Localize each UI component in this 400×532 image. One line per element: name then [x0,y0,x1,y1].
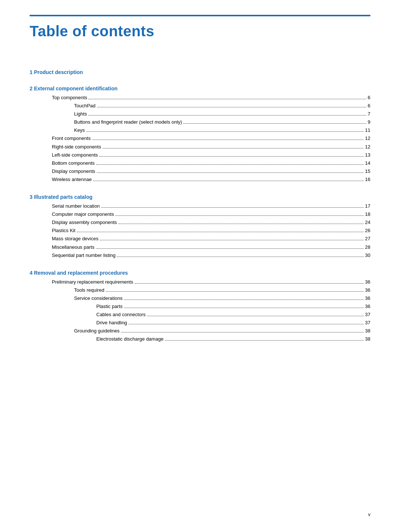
entry-text: Front components [52,134,91,143]
entry-dots [101,207,363,208]
entry-page: 37 [365,319,370,327]
entry-dots [135,283,364,284]
top-border [30,15,370,16]
entry-dots [97,107,366,107]
entry-dots [97,173,363,173]
toc-entry: Miscellaneous parts28 [30,243,370,251]
toc-entry: Buttons and fingerprint reader (select m… [30,118,370,126]
entry-text: Sequential part number listing [52,251,116,260]
entry-page: 6 [368,102,370,110]
toc-entry: Front components12 [30,134,370,143]
section-1-heading: 1 Product description [30,69,370,75]
page-footer: v [368,512,370,517]
entry-page: 36 [365,286,370,294]
entry-dots [77,232,364,232]
entry-page: 13 [365,151,370,159]
entry-page: 37 [365,311,370,319]
toc-entry: Keys11 [30,126,370,134]
entry-dots [89,115,366,116]
entry-text: Plastics Kit [52,227,76,235]
entry-page: 36 [365,278,370,286]
entry-dots [96,248,364,249]
section-4: 4 Removal and replacement proceduresPrel… [30,270,370,344]
toc-entry: Grounding guidelines38 [30,327,370,335]
toc-entry: Right-side components12 [30,143,370,151]
entry-text: Plastic parts [96,302,123,311]
entry-dots [129,324,363,324]
entry-text: Mass storage devices [52,235,99,243]
entry-dots [89,99,366,99]
entry-text: Electrostatic discharge damage [96,335,163,343]
entry-page: 11 [365,126,370,134]
entry-dots [119,224,364,224]
entry-text: Keys [74,126,85,134]
entry-page: 12 [365,134,370,143]
entry-dots [100,240,364,240]
entry-text: Cables and connectors [96,311,146,319]
entry-text: Drive handling [96,319,127,327]
entry-dots [103,148,364,148]
entry-text: Serial number location [52,202,100,210]
entry-text: Grounding guidelines [74,327,120,335]
entry-text: Display components [52,167,95,175]
entry-dots [183,123,366,124]
entry-dots [106,291,364,292]
entry-page: 38 [365,327,370,335]
toc-entry: Bottom components14 [30,159,370,167]
section-1: 1 Product description [30,69,370,75]
toc-entry: Preliminary replacement requirements36 [30,278,370,286]
entry-text: Preliminary replacement requirements [52,278,133,286]
toc-entry: Display assembly components24 [30,218,370,227]
entry-dots [99,156,363,157]
toc-entry: Drive handling37 [30,319,370,327]
toc-entry: Sequential part number listing30 [30,251,370,260]
entry-page: 26 [365,227,370,235]
entry-page: 15 [365,167,370,175]
entry-dots [96,164,364,165]
entry-text: Miscellaneous parts [52,243,94,251]
entry-page: 30 [365,251,370,260]
entry-page: 36 [365,294,370,302]
entry-text: Computer major components [52,210,114,218]
entry-text: Lights [74,110,87,118]
entry-page: 36 [365,302,370,311]
toc-entry: Serial number location17 [30,202,370,210]
toc-entry: Top components6 [30,94,370,102]
toc-entry: Display components15 [30,167,370,175]
section-2-heading: 2 External component identification [30,86,370,91]
entry-page: 12 [365,143,370,151]
entry-text: Wireless antennae [52,175,92,184]
toc-entry: Plastic parts36 [30,302,370,311]
entry-text: Top components [52,94,87,102]
entry-dots [121,332,364,332]
entry-dots [86,131,364,132]
entry-page: 9 [368,118,370,126]
entry-page: 17 [365,202,370,210]
section-2: 2 External component identificationTop c… [30,86,370,184]
entry-dots [147,316,364,316]
toc-entry: Electrostatic discharge damage38 [30,335,370,343]
section-4-heading: 4 Removal and replacement procedures [30,270,370,276]
entry-dots [124,300,364,300]
entry-text: Left-side components [52,151,98,159]
entry-page: 28 [365,243,370,251]
entry-page: 16 [365,175,370,184]
entry-text: Tools required [74,286,104,294]
toc-entry: TouchPad6 [30,102,370,110]
toc-entry: Wireless antennae16 [30,175,370,184]
entry-page: 7 [368,110,370,118]
toc-container: 1 Product description2 External componen… [30,69,370,343]
entry-text: TouchPad [74,102,96,110]
toc-entry: Service considerations36 [30,294,370,302]
entry-dots [165,340,363,341]
entry-page: 14 [365,159,370,167]
toc-entry: Lights7 [30,110,370,118]
entry-text: Display assembly components [52,218,117,227]
entry-page: 38 [365,335,370,343]
toc-entry: Left-side components13 [30,151,370,159]
entry-dots [93,181,364,181]
section-3: 3 Illustrated parts catalogSerial number… [30,194,370,260]
entry-text: Right-side components [52,143,101,151]
entry-dots [116,215,364,216]
toc-entry: Plastics Kit26 [30,227,370,235]
